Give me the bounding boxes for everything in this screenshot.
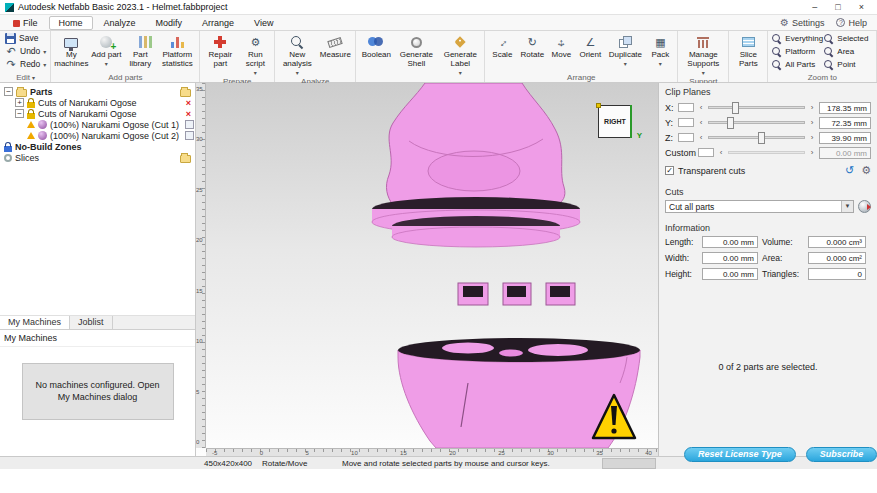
menu-analyze[interactable]: Analyze — [95, 17, 145, 29]
slider-handle[interactable] — [758, 132, 765, 144]
menu-arrange[interactable]: Arrange — [193, 17, 243, 29]
minimize-button[interactable]: – — [812, 2, 817, 12]
no-machines-message[interactable]: No machines configured. Open My Machines… — [22, 363, 174, 420]
clip-plane-z-row: Z: ‹ › 39.90 mm — [665, 130, 871, 145]
tree-item-slices[interactable]: Slices — [0, 152, 195, 163]
clip-x-decrement[interactable]: ‹ — [697, 103, 705, 112]
clip-y-decrement[interactable]: ‹ — [697, 118, 705, 127]
clip-x-slider[interactable] — [708, 106, 805, 109]
add-part-button[interactable]: Add part — [89, 32, 123, 69]
cut-preview-sphere-icon[interactable] — [858, 200, 871, 213]
clip-x-checkbox[interactable] — [678, 103, 694, 112]
slice-parts-button[interactable]: Slice Parts — [731, 32, 765, 69]
my-machines-button[interactable]: My machines — [53, 32, 89, 69]
help-button[interactable]: ?Help — [836, 18, 867, 28]
ribbon-group-label-edit[interactable]: Edit — [3, 72, 48, 82]
clip-custom-checkbox[interactable] — [698, 148, 714, 157]
zoom-area-button[interactable]: Area — [822, 45, 874, 58]
clip-y-increment[interactable]: › — [808, 118, 816, 127]
duplicate-button[interactable]: Duplicate — [605, 32, 645, 69]
measure-button[interactable]: Measure — [317, 32, 353, 60]
close-button[interactable]: × — [859, 2, 864, 12]
new-analysis-button[interactable]: New analysis — [277, 32, 317, 77]
transparent-cuts-checkbox[interactable]: ✓ — [665, 166, 674, 175]
remove-icon[interactable]: × — [186, 109, 191, 119]
reset-clip-icon[interactable]: ↺ — [845, 164, 854, 177]
repair-cross-icon — [214, 36, 226, 48]
tab-joblist[interactable]: Joblist — [70, 316, 113, 329]
remove-icon[interactable]: × — [186, 98, 191, 108]
clip-z-slider[interactable] — [708, 136, 805, 139]
zoom-platform-button[interactable]: Platform — [770, 45, 822, 58]
open-folder-icon[interactable] — [180, 89, 191, 97]
lock-icon — [27, 113, 35, 119]
save-button[interactable]: Save — [3, 32, 40, 44]
cuts-dropdown[interactable]: Cut all parts ▼ — [665, 200, 854, 213]
settings-button[interactable]: ⚙Settings — [780, 17, 825, 28]
open-folder-icon[interactable] — [180, 155, 191, 163]
zoom-selected-button[interactable]: Selected — [822, 32, 874, 45]
clip-z-checkbox[interactable] — [678, 133, 694, 142]
subscribe-button[interactable]: Subscribe — [806, 447, 877, 462]
tree-item-cuts-2[interactable]: − Cuts of Narukami Ogose × — [0, 108, 195, 119]
collapse-icon[interactable]: − — [15, 109, 24, 118]
tree-item-cut-2[interactable]: (100%) Narukami Ogose (Cut 2) × — [0, 130, 195, 141]
repair-part-button[interactable]: Repair part — [202, 32, 238, 69]
boolean-button[interactable]: Boolean — [358, 32, 394, 60]
undo-button[interactable]: ↶Undo — [3, 45, 48, 57]
tree-root-parts[interactable]: − Parts — [0, 86, 195, 97]
tree-item-cuts-1[interactable]: + Cuts of Narukami Ogose × — [0, 97, 195, 108]
clip-z-value[interactable]: 39.90 mm — [819, 132, 871, 144]
manage-supports-button[interactable]: Manage Supports — [680, 32, 726, 77]
menu-bar: File Home Analyze Modify Arrange View ⚙S… — [0, 15, 877, 31]
clip-settings-gear-icon[interactable]: ⚙ — [861, 164, 871, 177]
zoom-everything-button[interactable]: Everything — [770, 32, 822, 45]
clip-x-increment[interactable]: › — [808, 103, 816, 112]
3d-viewport[interactable]: 35302520151050 -50510152025303540 — [196, 83, 658, 456]
menu-home[interactable]: Home — [49, 16, 93, 30]
menu-file[interactable]: File — [4, 17, 47, 29]
maximize-button[interactable]: □ — [835, 2, 840, 12]
rotate-button[interactable]: ↻Rotate — [517, 32, 547, 60]
tree-item-no-build-zones[interactable]: No-Build Zones — [0, 141, 195, 152]
menu-modify[interactable]: Modify — [147, 17, 192, 29]
slider-handle[interactable] — [732, 102, 739, 114]
status-grip[interactable] — [602, 458, 656, 469]
orientation-indicator[interactable]: RIGHT Y — [598, 105, 632, 138]
clip-z-decrement[interactable]: ‹ — [697, 133, 705, 142]
zoom-point-button[interactable]: Point — [822, 58, 874, 71]
tab-my-machines[interactable]: My Machines — [0, 316, 70, 329]
tree-item-cut-1[interactable]: (100%) Narukami Ogose (Cut 1) × — [0, 119, 195, 130]
zoom-icon — [824, 34, 834, 44]
collapse-icon[interactable]: − — [4, 87, 13, 96]
expand-icon[interactable]: + — [15, 98, 24, 107]
part-library-button[interactable]: Part library — [123, 32, 157, 69]
pack-button[interactable]: ▦Pack — [645, 32, 675, 69]
clip-y-value[interactable]: 72.35 mm — [819, 117, 871, 129]
move-button[interactable]: Move — [547, 32, 575, 60]
generate-shell-button[interactable]: Generate Shell — [394, 32, 438, 69]
orient-button[interactable]: ∠Orient — [575, 32, 605, 60]
scene[interactable] — [206, 83, 658, 448]
clip-z-increment[interactable]: › — [808, 133, 816, 142]
run-script-button[interactable]: ⚙Run script — [238, 32, 272, 77]
ruler-number: 30 — [196, 136, 203, 142]
generate-label-button[interactable]: Generate Label — [438, 32, 482, 77]
menu-view[interactable]: View — [245, 17, 282, 29]
reset-license-type-button[interactable]: Reset License Type — [684, 447, 796, 462]
scale-button[interactable]: ↔Scale — [487, 32, 517, 60]
clip-y-checkbox[interactable] — [678, 118, 694, 127]
zoom-all-parts-button[interactable]: All Parts — [770, 58, 822, 71]
slider-handle[interactable] — [727, 117, 734, 129]
clip-custom-decrement[interactable]: ‹ — [717, 148, 725, 157]
shell-icon — [411, 37, 422, 48]
library-icon — [139, 36, 142, 48]
clip-x-value[interactable]: 178.35 mm — [819, 102, 871, 114]
chevron-down-icon — [659, 60, 662, 69]
redo-button[interactable]: ↷Redo — [3, 58, 48, 70]
clip-y-slider[interactable] — [708, 121, 805, 124]
clip-custom-increment[interactable]: › — [808, 148, 816, 157]
3d-model[interactable] — [206, 83, 658, 448]
warning-icon — [27, 132, 35, 139]
platform-statistics-button[interactable]: Platform statistics — [157, 32, 197, 69]
